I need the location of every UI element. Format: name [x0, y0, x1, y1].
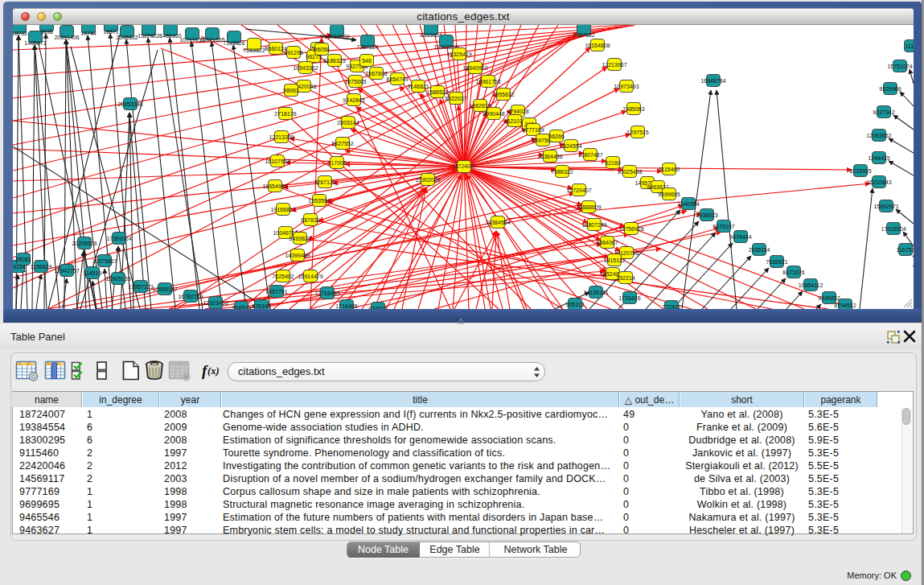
svg-text:1112: 1112	[906, 43, 914, 49]
